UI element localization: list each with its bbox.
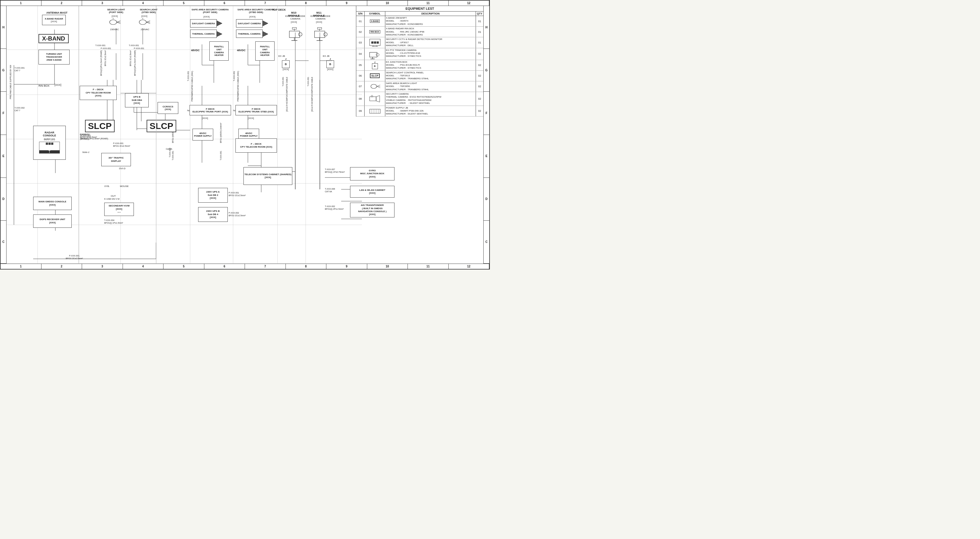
ex-ptz-cam-sym-2 [310, 25, 331, 42]
eq-header-desc: DESCRIPTION [385, 11, 476, 16]
cable-t-xxx-port: T-XXX-001 [95, 44, 105, 46]
xband-radar-box: X-BAND RADAR [XXX] [42, 15, 66, 25]
eq-desc-01: X-BAND 25KW/9FTMODEL : 4S9574MANUFACTURE… [385, 16, 476, 26]
eq-qty-02: 01 [476, 27, 483, 37]
col-num-b12: 12 [449, 264, 490, 269]
column-numbers-bottom: 1 2 3 4 5 6 7 8 9 10 11 12 [1, 263, 489, 269]
48vdc-port: 48VDC [191, 49, 200, 52]
prefab-cable-port: PREFABRICATED CABLE (40m) [191, 71, 193, 101]
col-num-b8: 8 [286, 264, 327, 269]
prefab-cable-stbd: PREFABRICATED CABLE (40m) [237, 71, 239, 101]
cable-t-xxx-007: T-XXX-007BFOU(i) 1Px0.75mm² [325, 168, 345, 173]
f-deck-cpy-telecom-port: F – DECKCPY TELECOM ROOM(XXX) [80, 86, 117, 100]
bottom-cable-label: P-XXX-001BFOU 2Cx2.5mm² [66, 254, 83, 260]
eq-sn-02: 02 [356, 27, 364, 37]
ex-ptz-1-xxx: [XXX] [291, 21, 297, 23]
row-E-left: E [1, 135, 6, 178]
ex-jb-2: J B [XXX] [326, 58, 334, 71]
ptzcam-symbol [368, 49, 382, 59]
jb-symbol: B [372, 63, 378, 69]
keyboard-connections: K USB GN V M [104, 198, 119, 200]
eq-sym-04 [364, 48, 385, 60]
eq-list-title: EQUIPMENT LEST [356, 6, 483, 11]
ex-ptz-2-xxx: [XXX] [316, 21, 322, 23]
eq-sym-09 [364, 106, 385, 116]
row-H-left: H [1, 6, 6, 49]
eq-qty-05: 02 [476, 60, 483, 70]
eq-sn-08: 08 [356, 92, 364, 106]
note-1-b: Note-1 [82, 151, 89, 154]
secondary-kvm-box: SECONDARY KVM[XXX] * * [104, 203, 134, 216]
cable-p-xxx-power: P-XXX-001BFOU 2Cx2.5mm² [80, 133, 97, 138]
svg-point-76 [299, 33, 302, 36]
f-deck-port-xxx: [XXX] [202, 117, 208, 119]
cable-p-xxx-ups-b: P-XXX-002BFOU 2Cx2.5mm² [229, 211, 246, 217]
svg-marker-71 [217, 21, 222, 26]
row-G-left: G [1, 49, 6, 92]
eq-sym-03: ⬛⬛⬛ [364, 37, 385, 48]
svg-rect-75 [290, 31, 300, 38]
svg-line-64 [117, 22, 121, 24]
radar-console-box: RADARCONSOLE 86RF19S ⬛⬛⬛ T [33, 126, 66, 160]
eq-sn-07: 07 [356, 81, 364, 92]
slcp-symbol: SLCP [370, 73, 379, 78]
col-sep-5 [156, 6, 156, 263]
f-deck-elec-port: F DECKELEC/PIPE TRUNK PORT (XXX) [189, 105, 231, 116]
eq-header-symbol: SYMBOL [364, 11, 385, 16]
composite-cable-2: [3Cx2.5+4CSMFO/COMPOSITE CABLE [311, 77, 313, 111]
composite-cable-1: [3Cx2.5+4CSMFO/COMPOSITE CABLE [286, 77, 288, 111]
eq-row-03: 03 ⬛⬛⬛ SECURITY CCTV & RADAR DETECTION M… [356, 37, 483, 48]
eq-sn-09: 09 [356, 106, 364, 116]
col-num-10: 10 [367, 1, 408, 6]
cable-t-xxx-001-comp1: T-XXX-001 [282, 77, 284, 86]
row-letters-right: H G F E D C [483, 6, 489, 263]
col-num-b11: 11 [408, 264, 449, 269]
eq-qty-03: 01 [476, 37, 483, 48]
eq-qty-04: 02 [476, 48, 483, 60]
dgps-receiver-box: DGPS RECEIVER UNIT[XXX] [33, 214, 72, 228]
daylight-cam-stbd: DAYLIGHT CAMERA [236, 19, 263, 27]
svg-line-69 [146, 22, 150, 24]
eq-list-header: S/N SYMBOL DESCRIPTION QTY [356, 11, 483, 16]
ccr-scs-box: CCR/SCS(XXX) [158, 102, 178, 114]
main-page: 1 2 3 4 5 6 7 8 9 10 11 12 1 2 3 4 5 6 7… [0, 0, 490, 270]
svg-line-99 [377, 86, 380, 88]
slcp-2-label: SLCP [146, 120, 176, 132]
svg-line-62 [117, 21, 121, 22]
eq-qty-09: 02 [476, 106, 483, 116]
search-light-port-header: SEARCH LIGHT(PORT SIDE) [103, 8, 129, 14]
cable-t-xxx-004: T-XXX-004BFOU(i) 1Px1.5mm² [104, 219, 123, 224]
cable-t-xxx-001-comp2: T-XXX-001 [307, 77, 309, 86]
daylight-cam-port-wedge [217, 21, 223, 27]
svg-rect-100 [370, 97, 376, 101]
eq-row-06: 06 SLCP SEARCH LIGHT CONTROL PANELMODEL … [356, 71, 483, 81]
keyboard-label: XYB. [104, 185, 110, 187]
svg-marker-101 [376, 95, 380, 102]
cable-bfou-2x4mm-stbd: BFOU (6/6/3V) 2x4mm² [220, 123, 222, 143]
rin-box-xxx: [XXX] [54, 83, 61, 86]
drawing-area: ANTENNA MASTLEVEL 3 X-BAND RADAR [XXX] X… [6, 6, 483, 263]
eq-sn-04: 04 [356, 48, 364, 60]
eq-qty-08: 02 [476, 92, 483, 106]
ex-jb-1-label: EX JB [278, 55, 285, 57]
top-deck-header: TOP DECK [267, 8, 291, 11]
cable-p-xxx-001-stbd: P-XXX-001 [134, 48, 144, 49]
48vdc-stbd: 48VDC [237, 49, 245, 52]
col-num-b1: 1 [1, 264, 41, 269]
eq-qty-01: 01 [476, 16, 483, 26]
eq-desc-02: X-BAND RADAR RIN BOXMODEL : RIN JRC 230V… [385, 27, 476, 37]
prefab-cable-label: PRE-FAB CABLE SUPPLIED BY KM [10, 65, 11, 99]
rinbox-symbol: RIN BOX [369, 30, 380, 33]
eq-qty-06: 02 [476, 71, 483, 81]
col-num-b9: 9 [326, 264, 367, 269]
search-light-stbd-xxx: [XXX] [141, 15, 147, 17]
searchlight-symbol [369, 82, 381, 91]
psu-symbol [369, 108, 381, 114]
safe-area-stbd-xxx: [XXX] [249, 15, 255, 18]
row-letters-left: H G F E D C [1, 6, 6, 263]
ex-ptz-2-label: EX PTZ TRIMODE CAMERA [310, 15, 331, 20]
xband-big-label: X-BAND [38, 34, 69, 43]
cable-t-xxx-001-stbd: T-XXX-001 [233, 71, 235, 81]
eq-header-sn: S/N [356, 11, 364, 16]
svg-point-96 [371, 84, 377, 89]
